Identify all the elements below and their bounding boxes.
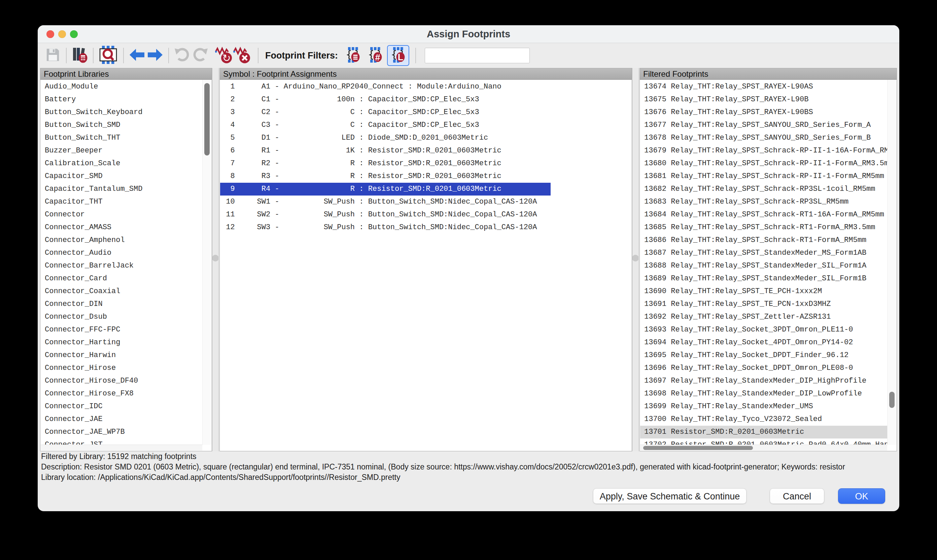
libraries-vertical-scrollbar[interactable] [202,80,211,445]
library-item[interactable]: Connector_DIN [41,298,211,311]
panel-splitter[interactable] [632,68,639,451]
library-item[interactable]: Battery [41,93,211,106]
undo-button[interactable] [173,46,191,65]
filter-by-keyword-button[interactable] [343,46,363,65]
footprint-row[interactable]: 13676 Relay_THT:Relay_SPST_RAYEX-L90BS [640,106,888,119]
footprint-library-table-button[interactable] [71,46,89,65]
library-item[interactable]: Connector_BarrelJack [41,260,211,272]
library-item[interactable]: Connector_Hirose [41,362,211,375]
library-item[interactable]: Connector_Dsub [41,311,211,323]
library-item[interactable]: Capacitor_Tantalum_SMD [41,183,211,195]
panel-splitter[interactable] [212,68,219,451]
assignment-row[interactable]: 10 SW1 - SW_Push : Button_Switch_SMD:Nid… [220,195,631,208]
zoom-window-button[interactable] [70,30,78,38]
delete-all-associations-button[interactable] [233,46,251,65]
library-item[interactable]: Button_Switch_SMD [41,119,211,132]
assignment-row[interactable]: 6 R1 - 1K : Resistor_SMD:R_0201_0603Metr… [220,145,631,157]
library-item[interactable]: Connector_FFC-FPC [41,323,211,336]
ok-button[interactable]: OK [838,488,885,504]
library-item[interactable]: Button_Switch_Keyboard [41,106,211,119]
footprint-row[interactable]: 13681 Relay_THT:Relay_SPST_Schrack-RP-II… [640,170,888,183]
assignment-row[interactable]: 11 SW2 - SW_Push : Button_Switch_SMD:Nid… [220,208,631,221]
library-item[interactable]: Connector_Hirose_FX8 [41,387,211,400]
footprint-row[interactable]: 13700 Relay_THT:Relay_Tyco_V23072_Sealed [640,413,888,426]
save-button[interactable] [44,46,62,65]
footprint-row[interactable]: 13682 Relay_THT:Relay_SPST_Schrack-RP3SL… [640,183,888,195]
assignment-row[interactable]: 9 R4 - R : Resistor_SMD:R_0201_0603Metri… [220,183,551,195]
footprint-row[interactable]: 13699 Relay_THT:Relay_StandexMeder_UMS [640,400,888,413]
library-item[interactable]: Connector_Coaxial [41,285,211,298]
footprints-scrollbar-thumb[interactable] [889,392,895,408]
assignment-row[interactable]: 4 C3 - C : Capacitor_SMD:CP_Elec_5x3 [220,119,631,132]
filter-search-input[interactable] [425,48,530,63]
library-item[interactable]: Calibration_Scale [41,157,211,170]
library-item[interactable]: Connector_Harwin [41,349,211,362]
library-item[interactable]: Connector_JAE_WP7B [41,426,211,438]
symbol-assignments-list: 1 A1 - Arduino_Nano_RP2040_Connect : Mod… [220,80,631,451]
apply-save-continue-button[interactable]: Apply, Save Schematic & Continue [593,488,746,504]
footprint-row[interactable]: 13697 Relay_THT:Relay_StandexMeder_DIP_H… [640,375,888,387]
library-item[interactable]: Connector_AMASS [41,221,211,234]
footprint-row[interactable]: 13689 Relay_THT:Relay_SPST_StandexMeder_… [640,272,888,285]
footprint-row[interactable]: 13684 Relay_THT:Relay_SPST_Schrack-RT1-1… [640,208,888,221]
footprint-row[interactable]: 13678 Relay_THT:Relay_SPST_SANYOU_SRD_Se… [640,132,888,145]
footprint-row[interactable]: 13683 Relay_THT:Relay_SPST_Schrack-RP3SL… [640,195,888,208]
library-item[interactable]: Connector_Hirose_DF40 [41,375,211,387]
footprint-row[interactable]: 13695 Relay_THT:Relay_Socket_DPDT_Finder… [640,349,888,362]
library-item[interactable]: Connector_Card [41,272,211,285]
footprint-row[interactable]: 13690 Relay_THT:Relay_SPST_TE_PCH-1xxx2M [640,285,888,298]
footprint-row-partial[interactable]: 13702 Resistor_SMD:R_0201_0603Metric_Pad… [640,438,888,445]
delete-association-button[interactable]: ↻ [215,46,233,65]
footprint-row[interactable]: 13675 Relay_THT:Relay_SPST_RAYEX-L90B [640,93,888,106]
library-item[interactable]: Button_Switch_THT [41,132,211,145]
footprint-row[interactable]: 13680 Relay_THT:Relay_SPST_Schrack-RP-II… [640,157,888,170]
footprint-row[interactable]: 13696 Relay_THT:Relay_Socket_DPDT_Omron_… [640,362,888,375]
next-symbol-button[interactable] [146,46,164,65]
assignment-row[interactable]: 5 D1 - LED : Diode_SMD:D_0201_0603Metric [220,132,631,145]
library-item[interactable]: Capacitor_THT [41,195,211,208]
close-window-button[interactable] [46,30,54,38]
footprint-row[interactable]: 13677 Relay_THT:Relay_SPST_SANYOU_SRD_Se… [640,119,888,132]
library-item[interactable]: Connector_Harting [41,336,211,349]
footprint-row[interactable]: 13692 Relay_THT:Relay_SPST_Zettler-AZSR1… [640,311,888,323]
library-item[interactable]: Connector_Amphenol [41,234,211,247]
footprint-row[interactable]: 13698 Relay_THT:Relay_StandexMeder_DIP_L… [640,387,888,400]
footprint-row[interactable]: 13691 Relay_THT:Relay_SPST_TE_PCN-1xxD3M… [640,298,888,311]
filter-by-pin-count-button[interactable]: # [365,46,386,65]
assignment-row[interactable]: 8 R3 - R : Resistor_SMD:R_0201_0603Metri… [220,170,631,183]
footprint-row[interactable]: 13693 Relay_THT:Relay_Socket_3PDT_Omron_… [640,323,888,336]
assignment-row[interactable]: 7 R2 - R : Resistor_SMD:R_0201_0603Metri… [220,157,631,170]
previous-symbol-button[interactable] [128,46,146,65]
footprints-vertical-scrollbar[interactable] [887,80,896,445]
filter-by-library-button[interactable]: L [387,45,409,66]
library-item[interactable]: Connector_JAE [41,413,211,426]
library-item[interactable]: Audio_Module [41,80,211,93]
view-selected-footprint-button[interactable] [98,46,119,65]
library-item[interactable]: Connector_IDC [41,400,211,413]
libraries-horizontal-scrollbar[interactable] [41,445,202,451]
cancel-button[interactable]: Cancel [770,488,824,504]
footprints-horizontal-scrollbar[interactable] [640,445,887,451]
footprint-row[interactable]: 13674 Relay_THT:Relay_SPST_RAYEX-L90AS [640,80,888,93]
assignment-row[interactable]: 12 SW3 - SW_Push : Button_Switch_SMD:Nid… [220,221,631,234]
assignment-row[interactable]: 1 A1 - Arduino_Nano_RP2040_Connect : Mod… [220,80,631,93]
library-item[interactable]: Connector [41,208,211,221]
libraries-scrollbar-thumb[interactable] [204,83,210,155]
library-item[interactable]: Connector_Audio [41,247,211,260]
footprint-row[interactable]: 13686 Relay_THT:Relay_SPST_Schrack-RT1-F… [640,234,888,247]
footprint-libraries-panel: Footprint Libraries Audio_ModuleBatteryB… [40,68,212,451]
symbol-assignments-panel: Symbol : Footprint Assignments 1 A1 - Ar… [220,68,632,451]
minimize-window-button[interactable] [58,30,66,38]
library-item[interactable]: Buzzer_Beeper [41,145,211,157]
footprint-row[interactable]: 13688 Relay_THT:Relay_SPST_StandexMeder_… [640,260,888,272]
footprint-row[interactable]: 13685 Relay_THT:Relay_SPST_Schrack-RT1-F… [640,221,888,234]
footprint-row[interactable]: 13679 Relay_THT:Relay_SPST_Schrack-RP-II… [640,145,888,157]
footprint-row[interactable]: 13687 Relay_THT:Relay_SPST_StandexMeder_… [640,247,888,260]
assignment-row[interactable]: 3 C2 - C : Capacitor_SMD:CP_Elec_5x3 [220,106,631,119]
footprint-row[interactable]: 13701 Resistor_SMD:R_0201_0603Metric [640,426,888,438]
redo-button[interactable] [191,46,209,65]
footprints-hscrollbar-thumb[interactable] [643,446,753,450]
assignment-row[interactable]: 2 C1 - 100n : Capacitor_SMD:CP_Elec_5x3 [220,93,631,106]
footprint-row[interactable]: 13694 Relay_THT:Relay_Socket_4PDT_Omron_… [640,336,888,349]
library-item[interactable]: Capacitor_SMD [41,170,211,183]
